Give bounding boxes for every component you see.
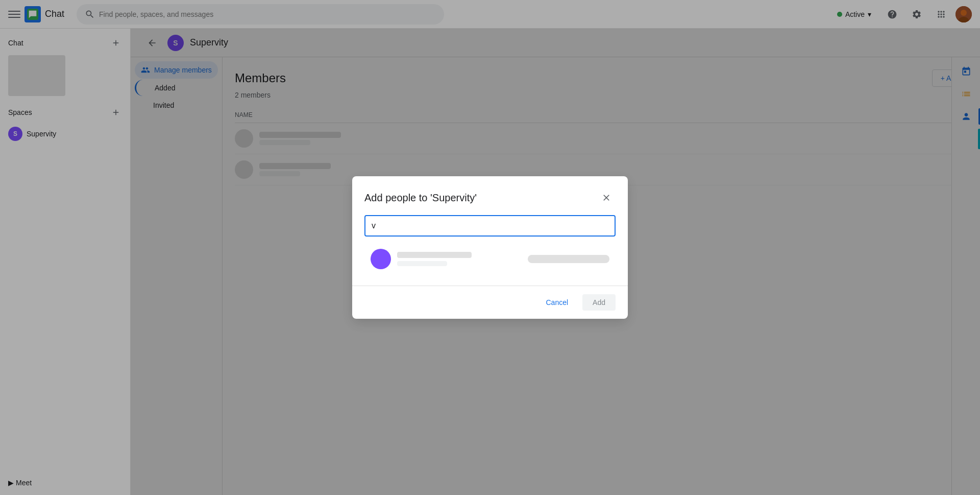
dialog-title: Add people to 'Supervity' [364, 192, 477, 204]
dialog-footer: Cancel Add [352, 286, 628, 319]
dialog-body [352, 215, 628, 286]
overlay-backdrop: Add people to 'Supervity' Cancel Add [0, 0, 980, 495]
add-people-search-input[interactable] [364, 215, 616, 237]
result-avatar [371, 249, 391, 269]
dialog-header: Add people to 'Supervity' [352, 176, 628, 215]
add-button[interactable]: Add [582, 294, 616, 311]
cancel-button[interactable]: Cancel [535, 294, 578, 311]
result-email-bar [397, 261, 447, 266]
add-people-dialog: Add people to 'Supervity' Cancel Add [352, 176, 628, 319]
result-info [397, 252, 522, 266]
result-name-bar [397, 252, 472, 258]
result-extra-bar [528, 255, 609, 263]
search-result-item[interactable] [364, 245, 616, 273]
dialog-close-button[interactable] [597, 188, 616, 207]
